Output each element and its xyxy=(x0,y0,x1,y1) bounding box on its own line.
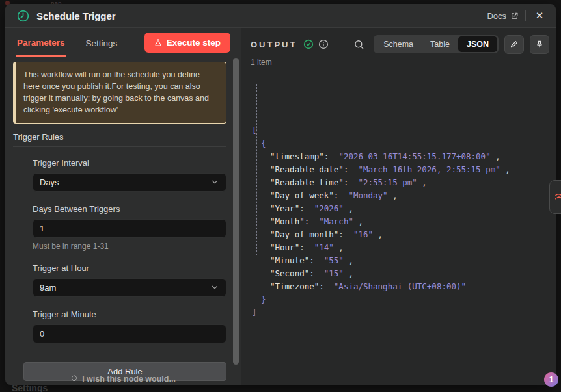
external-link-icon xyxy=(510,12,519,20)
field-days-between: Days Between Triggers Must be in range 1… xyxy=(33,204,226,251)
items-count: 1 item xyxy=(241,51,556,67)
lightbulb-icon xyxy=(70,374,78,384)
json-code: [{"timestamp": "2026-03-16T14:55:15.177+… xyxy=(252,124,556,319)
success-check-icon xyxy=(303,39,314,49)
panel-tabbar: Parameters Settings Execute step xyxy=(5,28,241,57)
json-line: "Day of month": "16" , xyxy=(252,228,556,241)
view-tab-json[interactable]: JSON xyxy=(458,36,497,52)
tab-parameters[interactable]: Parameters xyxy=(16,29,66,57)
dialog-body: Parameters Settings Execute step This wo… xyxy=(5,28,556,385)
output-title: OUTPUT xyxy=(251,40,297,49)
trigger-interval-value: Days xyxy=(40,177,59,187)
json-line: "Hour": "14" , xyxy=(252,241,556,254)
chevron-down-icon xyxy=(210,283,219,292)
header-separator xyxy=(525,10,526,21)
flask-icon xyxy=(154,38,162,47)
node-feedback-label: I wish this node would... xyxy=(82,374,176,384)
chevron-down-icon xyxy=(210,177,219,187)
trigger-minute-input-wrap xyxy=(33,324,226,343)
rule-fields: Trigger Interval Days Days Between Trigg… xyxy=(33,158,226,356)
json-line: [ xyxy=(252,124,556,137)
json-line: "Minute": "55" , xyxy=(252,254,556,267)
output-header: OUTPUT Schema Table JSON xyxy=(241,28,556,51)
json-line: "Second": "15" , xyxy=(252,267,556,280)
view-tab-schema[interactable]: Schema xyxy=(375,36,422,52)
parameters-panel: Parameters Settings Execute step This wo… xyxy=(5,28,241,385)
trigger-hour-value: 9am xyxy=(40,283,56,293)
trigger-minute-input[interactable] xyxy=(40,329,219,339)
json-line: "Month": "March" , xyxy=(252,215,556,228)
json-line: "Readable time": "2:55:15 pm" , xyxy=(252,176,556,189)
days-between-input-wrap xyxy=(33,219,226,238)
close-icon[interactable]: ✕ xyxy=(532,8,547,23)
json-line: "Readable date": "March 16th 2026, 2:55:… xyxy=(252,163,556,176)
dialog-header: Schedule Trigger Docs ✕ xyxy=(5,4,556,28)
field-trigger-interval: Trigger Interval Days xyxy=(33,158,226,192)
trigger-hour-label: Trigger at Hour xyxy=(33,263,226,273)
days-between-hint: Must be in range 1-31 xyxy=(33,242,226,251)
whats-new-badge[interactable]: 1 xyxy=(544,372,558,387)
json-line: { xyxy=(252,137,556,150)
dialog-title: Schedule Trigger xyxy=(36,10,116,21)
field-trigger-minute: Trigger at Minute xyxy=(33,309,226,343)
view-tab-table[interactable]: Table xyxy=(422,36,458,52)
json-line: "Timezone": "Asia/Shanghai (UTC+08:00)" xyxy=(252,280,556,293)
execute-step-label: Execute step xyxy=(167,38,221,47)
json-line: "Year": "2026" , xyxy=(252,202,556,215)
indent-guide xyxy=(256,84,257,255)
json-line: } xyxy=(252,293,556,306)
section-title-trigger-rules: Trigger Rules xyxy=(13,132,226,147)
json-line: "Day of week": "Monday" , xyxy=(252,189,556,202)
docs-label: Docs xyxy=(487,11,506,21)
search-icon[interactable] xyxy=(353,39,364,50)
output-view-tabs: Schema Table JSON xyxy=(374,35,499,53)
trigger-interval-label: Trigger Interval xyxy=(33,158,226,168)
field-trigger-hour: Trigger at Hour 9am xyxy=(33,263,226,297)
days-between-input[interactable] xyxy=(40,224,219,233)
scrollbar-thumb[interactable] xyxy=(233,58,239,365)
days-between-label: Days Between Triggers xyxy=(33,204,226,214)
info-icon[interactable] xyxy=(318,39,329,49)
output-panel: OUTPUT Schema Table JSON xyxy=(241,28,556,385)
panel-collapse-handle[interactable] xyxy=(549,180,561,214)
json-viewer[interactable]: [{"timestamp": "2026-03-16T14:55:15.177+… xyxy=(241,72,556,385)
trigger-minute-label: Trigger at Minute xyxy=(33,309,226,319)
schedule-notice: This workflow will run on the schedule y… xyxy=(13,62,226,124)
tab-settings[interactable]: Settings xyxy=(85,29,119,56)
docs-link[interactable]: Docs xyxy=(487,11,519,21)
pin-icon xyxy=(535,40,544,49)
node-feedback-link[interactable]: I wish this node would... xyxy=(5,374,241,384)
trigger-hour-select[interactable]: 9am xyxy=(33,278,226,297)
output-status-icons xyxy=(303,39,329,49)
json-line: "timestamp": "2026-03-16T14:55:15.177+08… xyxy=(252,150,556,163)
schedule-clock-icon xyxy=(16,8,30,23)
indent-guide xyxy=(266,97,266,242)
pencil-icon xyxy=(510,40,519,49)
red-arrow-icon xyxy=(553,190,561,203)
parameters-scroll-area[interactable]: This workflow will run on the schedule y… xyxy=(5,57,241,385)
execute-step-button[interactable]: Execute step xyxy=(144,33,230,53)
node-detail-dialog: Schedule Trigger Docs ✕ Parameters Setti… xyxy=(5,4,556,385)
json-line: ] xyxy=(252,306,556,319)
trigger-interval-select[interactable]: Days xyxy=(33,173,226,192)
